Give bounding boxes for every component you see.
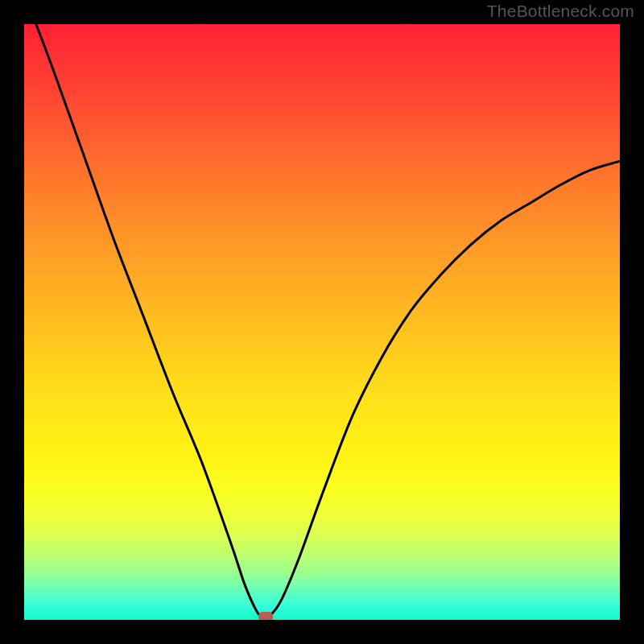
chart-frame: TheBottleneck.com — [0, 0, 644, 644]
minimum-marker — [258, 612, 273, 620]
plot-gradient-area — [24, 24, 620, 620]
bottleneck-curve — [24, 24, 620, 620]
watermark-text: TheBottleneck.com — [487, 2, 634, 21]
